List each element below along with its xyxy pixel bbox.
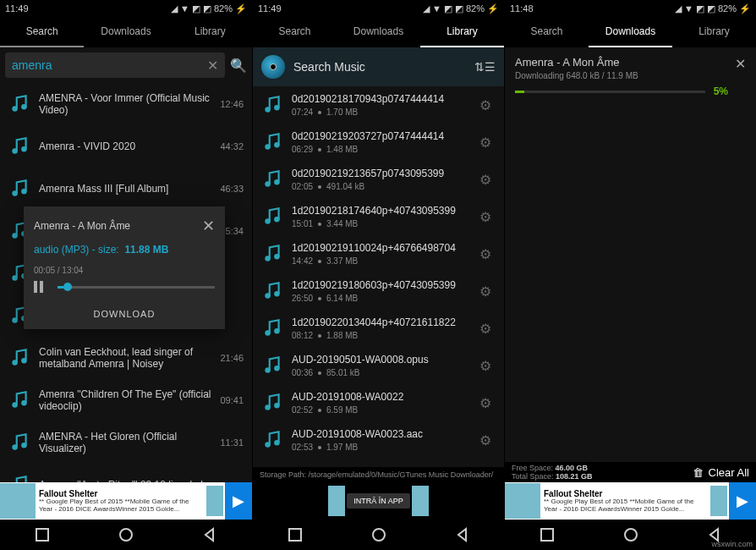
- search-result-row[interactable]: Amenra Mass III [Full Album]46:33: [0, 168, 252, 210]
- gear-icon[interactable]: ⚙: [475, 283, 496, 300]
- result-title: AMENRA - Het Gloren (Official Visualizer…: [39, 431, 211, 454]
- svg-point-31: [274, 254, 280, 260]
- search-result-row[interactable]: AMENRA - Het Gloren (Official Visualizer…: [0, 421, 252, 464]
- library-row[interactable]: AUD-20190501-WA0008.opus00:3685.01 kB⚙: [253, 347, 504, 384]
- tab-library[interactable]: Library: [168, 17, 252, 47]
- tab-bar: Search Downloads Library: [505, 17, 756, 47]
- tab-search[interactable]: Search: [0, 17, 84, 47]
- music-note-icon: [261, 131, 283, 153]
- ad-arrow-icon[interactable]: ▶: [225, 482, 252, 520]
- gear-icon[interactable]: ⚙: [475, 209, 496, 225]
- library-row[interactable]: 0d20190219203727p074744441406:291.48 MB⚙: [253, 124, 504, 161]
- svg-point-33: [274, 291, 280, 297]
- status-bar: 11:49 ◢ ▼ ◩ ◩ 82% ⚡: [0, 0, 252, 17]
- nav-home-icon[interactable]: [370, 526, 387, 543]
- status-bar: 11:48 ◢ ▼ ◩ ◩ 82% ⚡: [505, 0, 756, 17]
- tab-search[interactable]: Search: [253, 17, 337, 47]
- ad-cta-button[interactable]: INTRĂ ÎN APP: [347, 493, 410, 509]
- music-note-icon: [261, 280, 283, 302]
- file-meta: 07:241.70 MB: [292, 107, 467, 117]
- ad-banner[interactable]: Fallout Shelter ** Google Play Best of 2…: [0, 482, 252, 520]
- svg-point-28: [265, 218, 271, 224]
- download-button[interactable]: DOWNLOAD: [34, 309, 215, 319]
- svg-point-1: [21, 104, 26, 110]
- clear-all-button[interactable]: 🗑 Clear All: [693, 466, 749, 479]
- result-duration: 12:46: [220, 99, 244, 109]
- search-box[interactable]: ✕: [5, 52, 225, 78]
- library-row[interactable]: 1d20190219180603p+4074309539926:506.14 M…: [253, 272, 504, 310]
- result-title: AMENRA - Voor Immer (Official Music Vide…: [39, 92, 211, 116]
- svg-point-30: [265, 256, 271, 261]
- ad-image: [328, 486, 345, 516]
- result-duration: 11:31: [220, 437, 244, 448]
- seek-slider[interactable]: [58, 286, 215, 289]
- svg-point-8: [12, 275, 17, 281]
- library-row[interactable]: 0d20190219213657p074309539902:05491.04 k…: [253, 161, 504, 198]
- popup-title: Amenra - A Mon Âme: [34, 220, 130, 232]
- file-meta: 00:3685.01 kB: [292, 368, 467, 377]
- playback-time: 00:05 / 13:04: [34, 266, 215, 275]
- cancel-download-icon[interactable]: ✕: [735, 56, 746, 72]
- gear-icon[interactable]: ⚙: [475, 246, 496, 262]
- svg-point-32: [265, 293, 271, 299]
- search-result-row[interactable]: Colin van Eeckhout, lead singer of metal…: [0, 337, 252, 379]
- ad-banner[interactable]: INTRĂ ÎN APP: [253, 482, 504, 520]
- nav-home-icon[interactable]: [118, 526, 134, 543]
- svg-point-10: [12, 317, 17, 323]
- gear-icon[interactable]: ⚙: [475, 432, 496, 448]
- nav-recent-icon[interactable]: [287, 526, 304, 543]
- gear-icon[interactable]: ⚙: [475, 172, 496, 188]
- pause-icon[interactable]: [34, 278, 51, 295]
- screen-downloads: 11:48 ◢ ▼ ◩ ◩ 82% ⚡ Search Downloads Lib…: [504, 0, 756, 550]
- search-icon[interactable]: 🔍: [230, 58, 247, 74]
- library-row[interactable]: 0d20190218170943p074744441407:241.70 MB⚙: [253, 86, 504, 124]
- tab-library[interactable]: Library: [672, 17, 756, 47]
- tab-search[interactable]: Search: [505, 17, 589, 47]
- nav-home-icon[interactable]: [622, 526, 639, 543]
- sort-icon[interactable]: ⇅☰: [474, 60, 496, 74]
- library-row[interactable]: AUD-20191008-WA0023.aac02:531.97 MB⚙: [253, 421, 504, 459]
- gear-icon[interactable]: ⚙: [475, 321, 496, 337]
- tab-downloads[interactable]: Downloads: [337, 17, 420, 47]
- search-result-row[interactable]: Amenra "Aorte.Ritual" 23.10 live dvd: [0, 464, 252, 482]
- gear-icon[interactable]: ⚙: [475, 395, 496, 411]
- library-row[interactable]: AUD-20191008-WA002202:526.59 MB⚙: [253, 384, 504, 421]
- gear-icon[interactable]: ⚙: [475, 97, 496, 113]
- tab-downloads[interactable]: Downloads: [589, 17, 672, 47]
- status-time: 11:48: [510, 3, 534, 14]
- tab-downloads[interactable]: Downloads: [84, 17, 167, 47]
- svg-point-29: [274, 217, 280, 223]
- storage-footer: Free Space: 46.00 GB Total Space: 108.21…: [505, 462, 756, 482]
- music-note-icon: [261, 355, 283, 377]
- tab-library[interactable]: Library: [420, 17, 504, 47]
- svg-point-13: [21, 358, 26, 364]
- ad-banner[interactable]: Fallout Shelter ** Google Play Best of 2…: [505, 482, 756, 520]
- svg-point-3: [21, 146, 26, 152]
- file-name: 0d20190218170943p0747444414: [292, 93, 467, 105]
- svg-point-39: [274, 403, 280, 409]
- close-icon[interactable]: ✕: [202, 217, 215, 235]
- search-input[interactable]: [12, 58, 207, 72]
- gear-icon[interactable]: ⚙: [475, 135, 496, 151]
- download-title: Amenra - A Mon Âme: [515, 56, 728, 69]
- svg-point-14: [12, 402, 17, 408]
- nav-recent-icon[interactable]: [539, 526, 556, 543]
- library-search-label[interactable]: Search Music: [293, 60, 466, 74]
- music-note-icon: [261, 206, 283, 228]
- svg-point-21: [120, 529, 132, 541]
- library-row[interactable]: 1d20190219110024p+4676649870414:423.37 M…: [253, 235, 504, 272]
- search-row: ✕ 🔍: [0, 47, 252, 83]
- track-popup: Amenra - A Mon Âme ✕ audio (MP3) - size:…: [24, 206, 225, 329]
- music-note-icon: [8, 389, 30, 411]
- search-result-row[interactable]: Amenra "Children Of The Eye" (official v…: [0, 379, 252, 421]
- nav-recent-icon[interactable]: [34, 526, 51, 543]
- library-row[interactable]: 1d20190218174640p+4074309539915:013.44 M…: [253, 198, 504, 235]
- gear-icon[interactable]: ⚙: [475, 358, 496, 374]
- nav-back-icon[interactable]: [201, 526, 218, 543]
- search-result-row[interactable]: AMENRA - Voor Immer (Official Music Vide…: [0, 83, 252, 125]
- clear-icon[interactable]: ✕: [207, 58, 218, 74]
- library-row[interactable]: 1d20190220134044p+4072161182208:121.88 M…: [253, 310, 504, 347]
- search-result-row[interactable]: Amenra - VIVID 202044:32: [0, 125, 252, 168]
- ad-arrow-icon[interactable]: ▶: [729, 482, 756, 520]
- nav-back-icon[interactable]: [454, 526, 471, 543]
